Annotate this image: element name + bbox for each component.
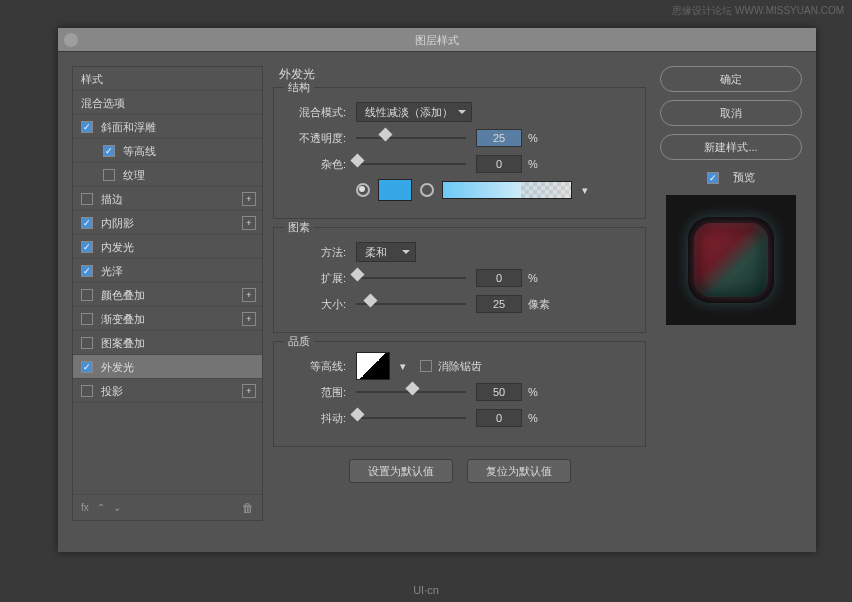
ok-button[interactable]: 确定 [660,66,802,92]
down-icon[interactable]: ⌄ [113,502,121,513]
method-label: 方法: [286,245,346,260]
range-unit: % [528,386,538,398]
checkbox-icon[interactable] [81,361,93,373]
checkbox-icon[interactable] [81,313,93,325]
checkbox-icon[interactable] [103,169,115,181]
sidebar-item-bevel[interactable]: 斜面和浮雕 [73,115,262,139]
actions-panel: 确定 取消 新建样式... 预览 [656,52,816,552]
noise-slider[interactable] [356,157,466,171]
cancel-button[interactable]: 取消 [660,100,802,126]
opacity-slider[interactable] [356,131,466,145]
checkbox-icon[interactable] [81,241,93,253]
jitter-input[interactable]: 0 [476,409,522,427]
size-input[interactable]: 25 [476,295,522,313]
color-swatch[interactable] [378,179,412,201]
checkbox-icon[interactable] [81,289,93,301]
checkbox-icon[interactable] [81,265,93,277]
dialog-title: 图层样式 [415,34,459,46]
range-input[interactable]: 50 [476,383,522,401]
new-style-button[interactable]: 新建样式... [660,134,802,160]
size-label: 大小: [286,297,346,312]
spread-unit: % [528,272,538,284]
reset-default-button[interactable]: 复位为默认值 [467,459,571,483]
sidebar-item-contour[interactable]: 等高线 [73,139,262,163]
noise-input[interactable]: 0 [476,155,522,173]
spread-slider[interactable] [356,271,466,285]
footer-logo: UI·cn [413,584,439,596]
watermark-text: 思缘设计论坛 WWW.MISSYUAN.COM [672,4,844,18]
chevron-down-icon[interactable]: ▾ [582,184,588,197]
blendmode-label: 混合模式: [286,105,346,120]
sidebar-item-blending[interactable]: 混合选项 [73,91,262,115]
add-fx-icon[interactable]: + [242,384,256,398]
sidebar-item-gradientoverlay[interactable]: 渐变叠加+ [73,307,262,331]
size-unit: 像素 [528,297,550,312]
sidebar-item-outerglow[interactable]: 外发光 [73,355,262,379]
range-label: 范围: [286,385,346,400]
checkbox-icon[interactable] [103,145,115,157]
opacity-unit: % [528,132,538,144]
checkbox-icon[interactable] [81,193,93,205]
sidebar-item-innerglow[interactable]: 内发光 [73,235,262,259]
color-radio[interactable] [356,183,370,197]
checkbox-icon[interactable] [81,385,93,397]
up-icon[interactable]: ⌃ [97,502,105,513]
noise-label: 杂色: [286,157,346,172]
sidebar-item-patternoverlay[interactable]: 图案叠加 [73,331,262,355]
add-fx-icon[interactable]: + [242,288,256,302]
preview-thumbnail [666,195,796,325]
titlebar: 图层样式 [58,28,816,52]
size-slider[interactable] [356,297,466,311]
jitter-slider[interactable] [356,411,466,425]
add-fx-icon[interactable]: + [242,312,256,326]
sidebar-item-satin[interactable]: 光泽 [73,259,262,283]
preview-checkbox[interactable] [707,172,719,184]
chevron-down-icon[interactable]: ▾ [400,360,406,373]
sidebar-footer: fx ⌃ ⌄ 🗑 [73,494,262,520]
sidebar-item-stroke[interactable]: 描边+ [73,187,262,211]
layer-style-dialog: 图层样式 样式 混合选项 斜面和浮雕 等高线 纹理 描边+ 内阴影+ 内发光 光… [58,28,816,552]
structure-section: 结构 混合模式: 线性减淡（添加） 不透明度: 25 % 杂色: 0 % [273,87,646,219]
noise-unit: % [528,158,538,170]
gradient-swatch[interactable] [442,181,572,199]
sidebar-item-texture[interactable]: 纹理 [73,163,262,187]
trash-icon[interactable]: 🗑 [242,501,254,515]
set-default-button[interactable]: 设置为默认值 [349,459,453,483]
opacity-input[interactable]: 25 [476,129,522,147]
fx-icon[interactable]: fx [81,502,89,513]
styles-sidebar: 样式 混合选项 斜面和浮雕 等高线 纹理 描边+ 内阴影+ 内发光 光泽 颜色叠… [58,52,263,552]
settings-panel: 外发光 结构 混合模式: 线性减淡（添加） 不透明度: 25 % 杂色: 0 [263,52,656,552]
add-fx-icon[interactable]: + [242,216,256,230]
quality-section: 品质 等高线: ▾ 消除锯齿 范围: 50 % 抖动: 0 [273,341,646,447]
style-list: 样式 混合选项 斜面和浮雕 等高线 纹理 描边+ 内阴影+ 内发光 光泽 颜色叠… [72,66,263,521]
contour-label: 等高线: [286,359,346,374]
add-fx-icon[interactable]: + [242,192,256,206]
section-title: 图素 [284,220,314,235]
opacity-label: 不透明度: [286,131,346,146]
panel-title: 外发光 [279,66,646,83]
jitter-label: 抖动: [286,411,346,426]
spread-input[interactable]: 0 [476,269,522,287]
antialias-checkbox[interactable] [420,360,432,372]
checkbox-icon[interactable] [81,121,93,133]
contour-picker[interactable] [356,352,390,380]
section-title: 品质 [284,334,314,349]
sidebar-item-dropshadow[interactable]: 投影+ [73,379,262,403]
checkbox-icon[interactable] [81,337,93,349]
checkbox-icon[interactable] [81,217,93,229]
method-dropdown[interactable]: 柔和 [356,242,416,262]
sidebar-item-styles[interactable]: 样式 [73,67,262,91]
preview-label: 预览 [733,170,755,185]
section-title: 结构 [284,80,314,95]
sidebar-item-innershadow[interactable]: 内阴影+ [73,211,262,235]
gradient-radio[interactable] [420,183,434,197]
blendmode-dropdown[interactable]: 线性减淡（添加） [356,102,472,122]
close-icon[interactable] [64,33,78,47]
range-slider[interactable] [356,385,466,399]
elements-section: 图素 方法: 柔和 扩展: 0 % 大小: 25 像素 [273,227,646,333]
sidebar-item-coloroverlay[interactable]: 颜色叠加+ [73,283,262,307]
jitter-unit: % [528,412,538,424]
antialias-label: 消除锯齿 [438,359,482,374]
spread-label: 扩展: [286,271,346,286]
